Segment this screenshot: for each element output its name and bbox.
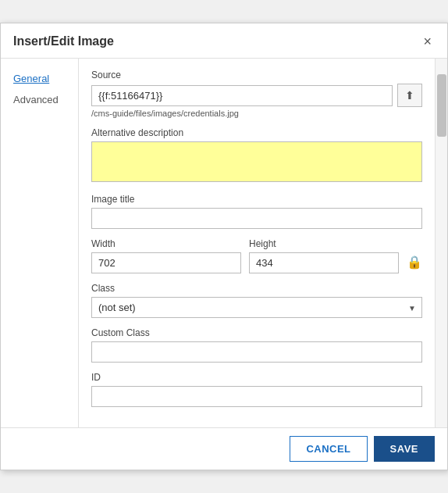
height-group: Height — [249, 238, 399, 273]
sidebar: General Advanced — [1, 59, 79, 427]
class-select-wrapper: (not set) none left right center — [91, 297, 422, 318]
save-button[interactable]: SAVE — [374, 436, 435, 462]
scrollbar-thumb — [437, 74, 446, 137]
file-path: /cms-guide/files/images/credentials.jpg — [91, 109, 422, 118]
custom-class-label: Custom Class — [91, 327, 422, 338]
source-row: ⬆ — [91, 84, 422, 107]
image-title-input[interactable] — [91, 208, 422, 229]
image-title-label: Image title — [91, 194, 422, 205]
dimensions-group: Width Height 🔒 — [91, 238, 422, 273]
id-group: ID — [91, 372, 422, 407]
height-label: Height — [249, 238, 399, 249]
dimensions-row: Width Height 🔒 — [91, 238, 422, 273]
source-label: Source — [91, 70, 422, 80]
sidebar-item-advanced[interactable]: Advanced — [9, 91, 70, 109]
alt-desc-label: Alternative description — [91, 127, 422, 138]
scrollbar[interactable] — [435, 59, 447, 427]
cancel-button[interactable]: CANCEL — [290, 436, 367, 462]
width-input[interactable] — [91, 252, 241, 273]
source-input[interactable] — [91, 85, 393, 106]
class-label: Class — [91, 283, 422, 294]
class-select[interactable]: (not set) none left right center — [91, 297, 422, 318]
source-field-group: Source ⬆ /cms-guide/files/images/credent… — [91, 70, 422, 118]
insert-edit-image-dialog: Insert/Edit Image × General Advanced Sou… — [0, 23, 448, 470]
id-input[interactable] — [91, 386, 422, 407]
source-upload-button[interactable]: ⬆ — [397, 84, 422, 107]
alt-desc-group: Alternative description — [91, 127, 422, 184]
sidebar-item-general[interactable]: General — [9, 70, 70, 88]
dialog-header: Insert/Edit Image × — [1, 23, 447, 59]
dialog-body: General Advanced Source ⬆ /cms-guide/fil… — [1, 59, 447, 427]
id-label: ID — [91, 372, 422, 383]
custom-class-group: Custom Class — [91, 327, 422, 363]
dialog-title: Insert/Edit Image — [13, 34, 114, 48]
alt-desc-input[interactable] — [91, 141, 422, 182]
class-group: Class (not set) none left right center — [91, 283, 422, 318]
dialog-footer: CANCEL SAVE — [1, 427, 447, 470]
lock-icon[interactable]: 🔒 — [407, 255, 422, 270]
width-label: Width — [91, 238, 241, 249]
main-content: Source ⬆ /cms-guide/files/images/credent… — [79, 59, 435, 427]
custom-class-input[interactable] — [91, 341, 422, 363]
upload-icon: ⬆ — [405, 89, 414, 102]
width-group: Width — [91, 238, 241, 273]
image-title-group: Image title — [91, 194, 422, 229]
close-button[interactable]: × — [420, 33, 435, 50]
height-input[interactable] — [249, 252, 399, 273]
